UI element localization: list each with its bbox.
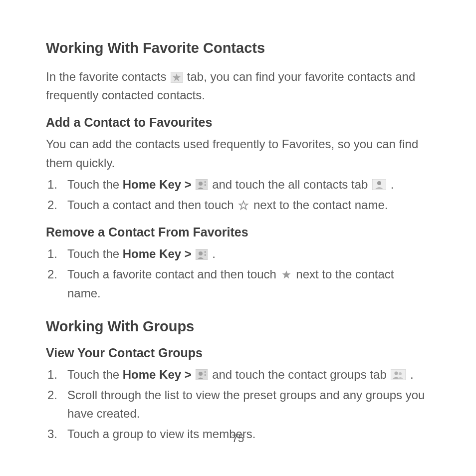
contacts-app-icon [196, 179, 208, 190]
step-number: 2. [46, 196, 67, 214]
home-key-label: Home Key > [123, 247, 195, 260]
contacts-app-icon [196, 369, 208, 380]
svg-point-7 [377, 181, 381, 185]
svg-point-3 [199, 182, 203, 186]
add-favourite-steps: 1. Touch the Home Key > and touch the al… [46, 175, 430, 214]
step-text: Scroll through the list to view the pres… [67, 386, 430, 423]
svg-point-10 [199, 251, 203, 255]
svg-point-19 [395, 372, 398, 375]
person-tab-icon [372, 179, 386, 190]
svg-marker-13 [282, 270, 290, 279]
svg-rect-12 [205, 254, 206, 256]
svg-rect-17 [205, 374, 206, 376]
text: Touch the [67, 178, 123, 191]
page-number: 75 [0, 432, 476, 445]
heading-favorite-contacts: Working With Favorite Contacts [46, 40, 430, 56]
svg-rect-4 [205, 181, 206, 183]
text: . [391, 178, 394, 191]
star-filled-icon [171, 72, 183, 83]
remove-favourite-steps: 1. Touch the Home Key > . 2. Tou [46, 244, 430, 302]
text: Touch the [67, 247, 123, 260]
add-favourite-intro: You can add the contacts used frequently… [46, 135, 430, 172]
text: . [410, 368, 414, 381]
text: Touch the [67, 368, 123, 381]
step-item: 2. Scroll through the list to view the p… [46, 386, 430, 423]
step-number: 1. [46, 365, 67, 384]
text: Touch a favorite contact and then touch [67, 267, 280, 281]
text: and touch the contact groups tab [212, 368, 390, 381]
step-text: Touch a favorite contact and then touch … [67, 265, 430, 302]
step-number: 1. [46, 175, 67, 194]
svg-rect-5 [205, 184, 206, 186]
group-tab-icon [391, 369, 406, 380]
text: Touch a contact and then touch [67, 198, 237, 212]
heading-view-groups: View Your Contact Groups [46, 346, 430, 360]
svg-rect-16 [205, 371, 206, 373]
step-text: Touch the Home Key > . [67, 244, 430, 263]
step-text: Touch a contact and then touch next to t… [67, 196, 430, 214]
svg-rect-11 [205, 251, 206, 253]
svg-point-20 [399, 372, 402, 375]
heading-add-favourite: Add a Contact to Favourites [46, 115, 430, 130]
text: In the favorite contacts [46, 70, 170, 83]
text: next to the contact name. [253, 198, 388, 212]
text: . [212, 247, 216, 260]
svg-point-15 [199, 372, 203, 376]
star-outline-icon [238, 200, 249, 211]
star-filled-icon [281, 269, 292, 280]
text: and touch the all contacts tab [212, 178, 371, 191]
contacts-app-icon [196, 249, 208, 260]
step-item: 1. Touch the Home Key > . [46, 244, 430, 263]
view-groups-steps: 1. Touch the Home Key > and touch the co… [46, 365, 430, 444]
step-number: 2. [46, 386, 67, 404]
step-number: 2. [46, 265, 67, 283]
svg-marker-8 [239, 201, 248, 210]
home-key-label: Home Key > [123, 178, 195, 191]
step-item: 2. Touch a contact and then touch next t… [46, 196, 430, 214]
heading-groups: Working With Groups [46, 318, 430, 335]
text: Scroll through the list to view the pres… [67, 388, 425, 420]
step-item: 1. Touch the Home Key > and touch the co… [46, 365, 430, 384]
step-item: 2. Touch a favorite contact and then tou… [46, 265, 430, 302]
step-number: 1. [46, 244, 67, 263]
step-text: Touch the Home Key > and touch the all c… [67, 175, 430, 194]
home-key-label: Home Key > [123, 368, 195, 381]
step-item: 1. Touch the Home Key > and touch the al… [46, 175, 430, 194]
step-text: Touch the Home Key > and touch the conta… [67, 365, 430, 384]
heading-remove-favourite: Remove a Contact From Favorites [46, 225, 430, 239]
manual-page: Working With Favorite Contacts In the fa… [0, 0, 476, 476]
intro-paragraph: In the favorite contacts tab, you can fi… [46, 67, 430, 104]
